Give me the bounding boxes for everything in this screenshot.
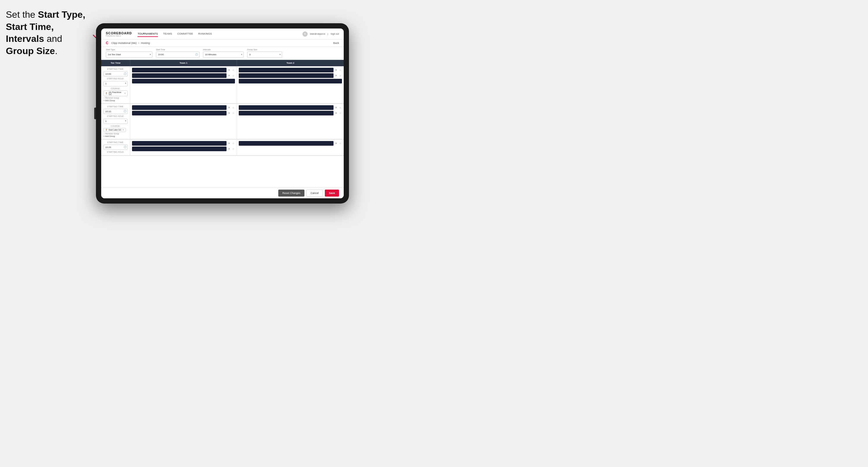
player-controls-4-2: ✕ ○ xyxy=(334,112,342,115)
user-avatar: B xyxy=(303,31,308,37)
logo-text: SCOREBOARD xyxy=(106,31,132,35)
player-row-3-2: ✕ ○ xyxy=(132,111,235,116)
player-edit-btn-5-1[interactable]: ○ xyxy=(231,142,235,145)
player-edit-btn-1-2[interactable]: ○ xyxy=(231,74,235,77)
remove-icon-1: ○ xyxy=(103,97,105,99)
breadcrumb-logo: C xyxy=(106,41,108,45)
sign-out-link[interactable]: Sign out xyxy=(331,33,339,35)
player-input-2-3[interactable] xyxy=(239,79,342,84)
player-input-6-1[interactable] xyxy=(239,141,334,146)
add-group-2[interactable]: + Add Group xyxy=(103,135,128,137)
player-edit-btn-3-1[interactable]: ○ xyxy=(231,106,235,109)
start-type-group: Start Type 1st Tee Start Shotgun Start ▾ xyxy=(106,49,152,58)
team2-cell-1: ✕ ○ ✕ ○ xyxy=(237,66,344,103)
player-input-1-1[interactable] xyxy=(132,68,226,72)
intervals-select-wrapper: 10 Minutes 8 Minutes 12 Minutes ▾ xyxy=(203,51,244,58)
course-remove-1[interactable]: ✕ xyxy=(124,92,126,94)
remove-group-1[interactable]: ○ Remove Group xyxy=(103,97,128,99)
player-controls-4-1: ✕ ○ xyxy=(334,106,342,109)
player-x-btn-5-2[interactable]: ✕ xyxy=(227,147,231,151)
player-input-5-1[interactable] xyxy=(132,141,226,146)
player-input-5-2[interactable] xyxy=(132,147,226,151)
starting-hole-select-wrap-2: 110 ▾ xyxy=(103,118,128,124)
player-input-1-3[interactable] xyxy=(132,79,235,84)
col-team1: Team 1 xyxy=(130,60,237,66)
intervals-select[interactable]: 10 Minutes 8 Minutes 12 Minutes xyxy=(203,52,244,58)
nav-links: TOURNAMENTS TEAMS COMMITTEE RANKINGS xyxy=(137,31,303,37)
nav-teams[interactable]: TEAMS xyxy=(163,31,172,37)
course-remove-2[interactable]: ✕ xyxy=(122,129,124,131)
player-input-2-2[interactable] xyxy=(239,73,334,78)
player-edit-btn-4-2[interactable]: ○ xyxy=(339,112,342,115)
team2-cell-3: ✕ ○ xyxy=(237,139,344,156)
time-icon-1: 🕙 xyxy=(124,72,126,75)
player-input-3-1[interactable] xyxy=(132,105,226,110)
player-x-btn-3-1[interactable]: ✕ xyxy=(227,106,231,109)
starting-time-input-wrap-2: 🕙 xyxy=(103,108,128,114)
starting-hole-select-1[interactable]: 110 xyxy=(103,81,128,86)
player-edit-btn-2-1[interactable]: ○ xyxy=(339,68,342,72)
tablet-side-button xyxy=(94,107,96,119)
nav-tournaments[interactable]: TOURNAMENTS xyxy=(137,31,158,37)
player-input-2-1[interactable] xyxy=(239,68,334,72)
nav-right: B blair@clippd.io | Sign out xyxy=(303,31,339,37)
player-controls-1-2: ✕ ○ xyxy=(227,74,235,77)
player-x-btn-1-2[interactable]: ✕ xyxy=(227,74,231,77)
nav-rankings[interactable]: RANKINGS xyxy=(198,31,212,37)
player-x-btn-6-1[interactable]: ✕ xyxy=(334,142,338,145)
player-edit-btn-3-2[interactable]: ○ xyxy=(231,112,235,115)
player-edit-btn-5-2[interactable]: ○ xyxy=(231,147,235,151)
col-tee-time: Tee Time xyxy=(101,60,130,66)
breadcrumb-bar: C Clipp Invitational (Me) › Hosting Back xyxy=(101,39,344,47)
divider: | xyxy=(328,33,328,35)
start-time-select[interactable]: 10:00 09:00 xyxy=(156,52,199,58)
starting-time-label-2: STARTING TIME: xyxy=(103,105,128,107)
nav-committee[interactable]: COMMITTEE xyxy=(177,31,193,37)
player-input-4-1[interactable] xyxy=(239,105,334,110)
back-link[interactable]: Back xyxy=(333,41,339,44)
breadcrumb-section: Hosting xyxy=(141,41,150,44)
starting-hole-label-3: STARTING HOLE: xyxy=(103,151,128,153)
player-x-btn-4-2[interactable]: ✕ xyxy=(334,112,338,115)
player-input-1-2[interactable] xyxy=(132,73,226,78)
player-x-btn-3-2[interactable]: ✕ xyxy=(227,112,231,115)
player-x-btn-2-1[interactable]: ✕ xyxy=(334,68,338,72)
player-x-btn-5-1[interactable]: ✕ xyxy=(227,142,231,145)
add-label-1: + Add Group xyxy=(103,99,115,101)
starting-hole-label-2: STARTING HOLE: xyxy=(103,115,128,117)
group-size-select[interactable]: 3 2 4 xyxy=(247,52,282,58)
team1-cell-3: ✕ ○ ✕ ○ xyxy=(130,139,237,156)
course-row-2: 🏌 East Lake GC ✕ xyxy=(103,128,128,132)
player-row-1-1: ✕ ○ xyxy=(132,68,235,72)
save-button[interactable]: Save xyxy=(325,190,339,196)
add-group-1[interactable]: + Add Group xyxy=(103,99,128,101)
start-type-select-wrapper: 1st Tee Start Shotgun Start ▾ xyxy=(106,51,152,58)
cancel-button[interactable]: Cancel xyxy=(306,190,323,196)
starting-hole-select-2[interactable]: 110 xyxy=(103,119,128,124)
player-edit-btn-4-1[interactable]: ○ xyxy=(339,106,342,109)
breadcrumb-tournament[interactable]: Clipp Invitational (Me) xyxy=(112,41,137,44)
player-x-btn-4-1[interactable]: ✕ xyxy=(334,106,338,109)
tee-controls-2: STARTING TIME: 🕙 STARTING HOLE: 110 ▾ CO… xyxy=(101,104,130,139)
start-type-select[interactable]: 1st Tee Start Shotgun Start xyxy=(106,52,152,58)
remove-group-2[interactable]: ○ Remove Group xyxy=(103,133,128,135)
course-icon-1: 🏌 xyxy=(105,92,108,94)
reset-changes-button[interactable]: Reset Changes xyxy=(278,190,305,196)
start-time-select-wrapper: 10:00 09:00 🕙 xyxy=(156,51,199,58)
player-input-3-2[interactable] xyxy=(132,111,226,116)
player-edit-btn-6-1[interactable]: ○ xyxy=(339,142,342,145)
player-controls-1-1: ✕ ○ xyxy=(227,68,235,72)
tee-group-2: STARTING TIME: 🕙 STARTING HOLE: 110 ▾ CO… xyxy=(101,104,344,139)
player-input-4-2[interactable] xyxy=(239,111,334,116)
player-controls-3-1: ✕ ○ xyxy=(227,106,235,109)
player-controls-5-2: ✕ ○ xyxy=(227,147,235,151)
player-edit-btn-2-2[interactable]: ○ xyxy=(339,74,342,77)
team2-cell-2: ✕ ○ ✕ ○ xyxy=(237,104,344,139)
tee-group-1: STARTING TIME: 🕙 STARTING HOLE: 110 ▾ CO… xyxy=(101,66,344,104)
player-x-btn-2-2[interactable]: ✕ xyxy=(334,74,338,77)
remove-label-1: Remove Group xyxy=(105,97,119,99)
course-icon-2: 🏌 xyxy=(105,129,108,131)
player-x-btn-1-1[interactable]: ✕ xyxy=(227,68,231,72)
top-navigation: SCOREBOARD Powered by clipp.io TOURNAMEN… xyxy=(101,29,344,39)
player-edit-btn-1-1[interactable]: ○ xyxy=(231,68,235,72)
